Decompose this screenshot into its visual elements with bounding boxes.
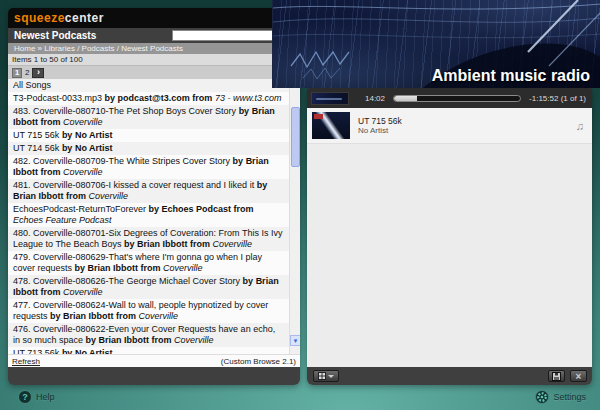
track-album[interactable]: Coverville [63,167,103,177]
help-icon: ? [18,390,32,404]
track-title[interactable]: 483. Coverville-080710-The Pet Shop Boys… [13,106,236,116]
track-title[interactable]: 482. Coverville-080709-The White Stripes… [13,156,230,166]
gear-icon [535,390,549,404]
grid-icon [318,372,326,380]
list-item[interactable]: 479. Coverville-080629-That's where I'm … [8,251,289,275]
track-album[interactable]: Coverville [163,263,203,273]
track-album[interactable]: Coverville [139,311,179,321]
list-item[interactable]: UT 713 56k by No Artist [8,347,289,354]
browser-panel: squeezecenter Newest Podcasts Home » Lib… [8,8,300,385]
track-artist[interactable]: Brian Ibbott [137,239,188,249]
podcast-list: All SongsT3-Podcast-0033.mp3 by podcast@… [8,79,289,354]
chevron-down-icon [328,375,334,378]
track-album[interactable]: Echoes Feature Podcast [13,215,112,225]
track-artist[interactable]: Brian Ibbott [88,263,139,273]
save-disk-icon [552,372,561,381]
list-item[interactable]: 477. Coverville-080624-Wall to wall, peo… [8,299,289,323]
list-item[interactable]: EchoesPodcast-ReturnToForever by Echoes … [8,203,289,227]
remaining-time: -1:15:52 (1 of 1) [529,94,586,103]
scrollbar-thumb[interactable] [291,107,300,167]
page-2-link[interactable]: 2 [25,68,29,77]
settings-button[interactable]: Settings [535,390,586,404]
track-artist[interactable]: Echoes Podcast [162,204,232,214]
settings-label: Settings [553,392,586,402]
playlist-item-text: UT 715 56kNo Artist [358,116,576,136]
page-current[interactable]: 1 [12,68,22,78]
list-item[interactable]: 478. Coverville-080626-The George Michae… [8,275,289,299]
playlist-item-artist: No Artist [358,126,576,136]
list-item[interactable]: UT 715 56k by No Artist [8,129,289,142]
elapsed-time: 14:02 [365,94,385,103]
next-page-button[interactable]: › [32,68,44,78]
list-item[interactable]: 481. Coverville-080706-I kissed a cover … [8,179,289,203]
list-item[interactable]: UT 714 56k by No Artist [8,142,289,155]
playlist-item-title: UT 715 56k [358,116,576,126]
track-title[interactable]: All Songs [13,80,51,90]
list-item[interactable]: T3-Podcast-0033.mp3 by podcast@t3.com fr… [8,92,289,105]
close-icon: × [576,372,582,381]
album-art [312,112,350,139]
track-album[interactable]: Coverville [63,287,103,297]
track-artist[interactable]: No Artist [75,348,113,354]
save-playlist-button[interactable] [548,370,565,382]
logo-squeeze: squeeze [14,11,65,25]
scrollbar[interactable]: ▼ [289,79,300,354]
track-album[interactable]: Coverville [212,239,252,249]
track-album[interactable]: Coverville [174,335,214,345]
list-item[interactable]: 476. Coverville-080622-Even your Cover R… [8,323,289,347]
track-artist[interactable]: No Artist [75,130,113,140]
list-item[interactable]: All Songs [8,79,289,92]
browser-bottom-bar [8,367,300,385]
podcast-list-container: All SongsT3-Podcast-0033.mp3 by podcast@… [8,79,300,354]
squeezecenter-logo: squeezecenter [14,11,104,25]
list-item[interactable]: 482. Coverville-080709-The White Stripes… [8,155,289,179]
title-bar: Newest Podcasts [8,28,300,43]
pagination-bar: 1 2 › [8,66,300,79]
track-title[interactable]: UT 715 56k [13,130,59,140]
track-album[interactable]: Coverville [89,191,129,201]
list-item[interactable]: 483. Coverville-080710-The Pet Shop Boys… [8,105,289,129]
player-toolbar: × [307,367,592,385]
help-label: Help [36,392,55,402]
help-button[interactable]: ? Help [18,390,55,404]
plugin-version-label: (Custom Browse 2.1) [221,357,296,366]
track-artist[interactable]: Brian Ibbott [63,311,114,321]
now-playing-artwork: Ambient music radio [272,0,600,88]
track-artist[interactable]: No Artist [75,143,113,153]
playlist-item[interactable]: UT 715 56kNo Artist♫ [307,108,592,144]
player-control-bar: 14:02 -1:15:52 (1 of 1) [307,88,592,108]
refresh-link[interactable]: Refresh [12,357,40,366]
breadcrumb[interactable]: Home » Libraries / Podcasts / Newest Pod… [8,43,300,54]
playlist-options-button[interactable] [313,370,339,382]
track-artist[interactable]: Brian Ibbott [99,335,150,345]
clear-playlist-button[interactable]: × [570,370,587,382]
logo-center: center [65,11,104,25]
track-title[interactable]: EchoesPodcast-ReturnToForever [13,204,146,214]
track-artist[interactable]: podcast@t3.com [118,93,190,103]
track-title[interactable]: UT 714 56k [13,143,59,153]
track-artist[interactable]: Brian Ibbott [13,191,64,201]
playlist: UT 715 56kNo Artist♫ [307,108,592,367]
list-footer: Refresh (Custom Browse 2.1) [8,354,300,367]
track-title[interactable]: T3-Podcast-0033.mp3 [13,93,102,103]
artwork-caption: Ambient music radio [432,67,590,85]
track-title[interactable]: UT 713 56k [13,348,59,354]
items-count-label: Items 1 to 50 of 100 [8,54,300,66]
now-playing-thumbnail [311,92,349,105]
player-panel: 14:02 -1:15:52 (1 of 1) UT 715 56kNo Art… [307,88,592,385]
logo-bar: squeezecenter [8,8,300,28]
track-title[interactable]: 481. Coverville-080706-I kissed a cover … [13,180,254,190]
list-item[interactable]: 480. Coverville-080701-Six Degrees of Co… [8,227,289,251]
page-title: Newest Podcasts [14,30,96,41]
music-note-icon: ♫ [576,120,584,132]
track-title[interactable]: 478. Coverville-080626-The George Michae… [13,276,240,286]
progress-fill [394,96,417,101]
progress-bar [393,95,521,102]
track-album[interactable]: 73 - www.t3.com [215,93,282,103]
track-album[interactable]: Coverville [63,117,103,127]
scroll-down-icon[interactable]: ▼ [290,335,300,346]
